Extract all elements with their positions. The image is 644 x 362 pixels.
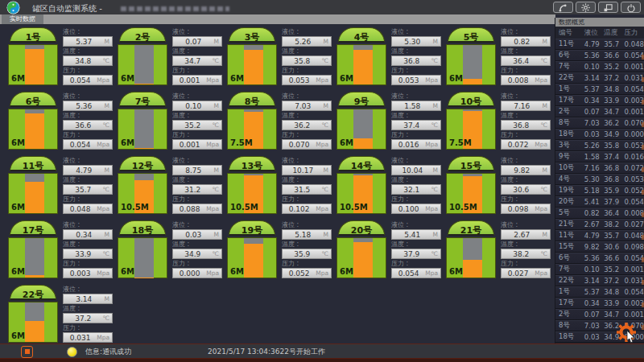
tank-card[interactable]: 20号 6M 液位 : 5.41 M 温度 : 37.9 — [336, 220, 441, 280]
pressure-unit: Mpa — [206, 76, 219, 84]
row-level: 0.07 — [584, 108, 604, 116]
row-pressure: 0.053 — [625, 175, 644, 183]
stop-button[interactable] — [21, 346, 33, 358]
level-label: 液位 : — [282, 157, 332, 165]
row-temp: 36.6 — [604, 51, 624, 60]
tank-level-track — [25, 238, 44, 278]
pressure-label: 压力 : — [63, 67, 113, 75]
tank-dome: 8号 — [229, 92, 275, 107]
remote-gear-badge[interactable] — [615, 322, 639, 344]
temp-unit: ℃ — [213, 186, 219, 193]
tank-card[interactable]: 15号 10.5M 液位 : 9.82 M 温度 : 30.6 — [446, 156, 551, 216]
row-level: 0.03 — [584, 333, 604, 341]
tank-graphic: 10号 7.5M — [446, 92, 496, 150]
tank-card[interactable]: 9号 6M 液位 : 1.58 M 温度 : 37.4 — [336, 92, 441, 151]
tank-body: 6M — [8, 44, 58, 85]
level-unit: M — [433, 38, 438, 45]
pressure-field: 压力 : 0.003 Mpa — [63, 260, 113, 279]
tank-fill — [353, 50, 373, 84]
tank-card[interactable]: 17号 6M 液位 : 0.34 M 温度 : 33.9 — [8, 220, 113, 280]
temp-field: 温度 : 37.9 ℃ — [391, 241, 441, 260]
tank-card[interactable]: 13号 10.5M 液位 : 10.17 M 温度 : 31.5 — [227, 156, 332, 216]
tank-card[interactable]: 2号 6M 液位 : 0.07 M 温度 : 34.7 — [118, 27, 222, 87]
level-value-box: 10.04 M — [391, 165, 441, 175]
temp-value: 33.9 — [64, 250, 103, 258]
temp-value: 31.2 — [173, 186, 213, 194]
tank-graphic: 4号 6M — [336, 27, 386, 85]
row-pressure: 0.003 — [625, 299, 644, 307]
temp-label: 温度 : — [282, 176, 332, 184]
phone-button[interactable] — [553, 2, 573, 13]
tank-card[interactable]: 19号 6M 液位 : 5.18 M 温度 : 35.9 — [227, 220, 332, 280]
tank-capacity-label: 6M — [230, 74, 244, 83]
pressure-label: 压力 : — [282, 67, 332, 75]
tank-card[interactable]: 4号 6M 液位 : 5.30 M 温度 : 36.8 — [336, 27, 441, 87]
power-button[interactable] — [621, 2, 641, 13]
resize-button[interactable] — [598, 2, 618, 13]
temp-value-box: 34.8 ℃ — [63, 56, 113, 66]
sidebar-table-row: 2号 0.07 34.7 0.001 — [555, 309, 644, 320]
level-value-box: 5.30 M — [391, 36, 441, 47]
tank-fill — [353, 138, 373, 149]
temp-value: 36.8 — [502, 121, 541, 130]
level-unit: M — [214, 102, 219, 109]
pressure-value-box: 0.053 Mpa — [282, 75, 332, 85]
temp-label: 温度 : — [501, 176, 551, 184]
temp-field: 温度 : 37.2 ℃ — [63, 305, 113, 324]
temp-field: 温度 : 34.9 ℃ — [172, 241, 222, 260]
tank-card[interactable]: 18号 6M 液位 : 0.03 M 温度 : 34.9 — [118, 220, 222, 280]
tank-card[interactable]: 6号 6M 液位 : 5.36 M 温度 : 36.6 — [8, 92, 113, 151]
tank-card[interactable]: 1号 6M 液位 : 5.37 M 温度 : 34.8 — [8, 27, 113, 87]
tank-capacity-label: 10.5M — [230, 203, 258, 212]
pressure-field: 压力 : 0.102 Mpa — [282, 195, 332, 215]
level-label: 液位 : — [63, 157, 113, 165]
tank-card[interactable]: 21号 6M 液位 : 2.67 M 温度 : 38.2 — [446, 220, 551, 280]
temp-value: 34.9 — [173, 250, 213, 258]
tank-card[interactable]: 3号 6M 液位 : 5.26 M 温度 : 35.8 — [227, 27, 332, 87]
row-level: 0.34 — [584, 97, 604, 105]
tank-body: 6M — [118, 44, 167, 85]
tank-card[interactable]: 7号 6M 液位 : 0.10 M 温度 : 35.2 — [118, 92, 222, 151]
tank-card[interactable]: 14号 10.5M 液位 : 10.04 M 温度 : 32.1 — [336, 156, 441, 216]
tank-card[interactable]: 22号 6M 液位 : 3.14 M 温度 : 37.2 — [8, 285, 113, 344]
row-id: 11号 — [559, 39, 584, 49]
sidebar-table-row: 1号 5.37 34.8 0.054 — [555, 286, 644, 298]
pressure-field: 压力 : 0.054 Mpa — [391, 260, 441, 279]
tank-capacity-label: 10.5M — [121, 203, 149, 212]
level-unit: M — [214, 167, 219, 174]
pressure-unit: Mpa — [425, 141, 438, 148]
row-id: 10号 — [559, 163, 584, 173]
row-id: 2号 — [559, 310, 584, 319]
row-level: 7.16 — [584, 164, 604, 172]
tank-capacity-label: 7.5M — [230, 138, 253, 147]
tank-readings: 液位 : 7.03 M 温度 : 36.2 ℃ 压力 : 0.070 Mpa — [282, 93, 332, 150]
pressure-value-box: 0.100 Mpa — [391, 204, 441, 214]
temp-value-box: 37.2 ℃ — [63, 313, 113, 323]
pressure-unit: Mpa — [316, 141, 328, 148]
sidebar-table-row: 17号 0.34 33.9 0.003 — [555, 298, 644, 309]
tank-card[interactable]: 5号 6M 液位 : 0.82 M 温度 : 36.4 — [446, 27, 551, 87]
tank-graphic: 6号 6M — [8, 92, 58, 150]
settings-button[interactable] — [576, 2, 596, 13]
tank-body: 6M — [118, 237, 167, 278]
tank-readings: 液位 : 5.26 M 温度 : 35.8 ℃ 压力 : 0.053 Mpa — [282, 28, 332, 86]
pressure-field: 压力 : 0.070 Mpa — [282, 131, 332, 150]
row-level: 0.10 — [584, 265, 604, 274]
pressure-value: 0.000 — [173, 269, 206, 278]
window-buttons — [553, 2, 641, 13]
temp-value: 36.2 — [283, 121, 322, 130]
tank-card[interactable]: 10号 7.5M 液位 : 7.16 M 温度 : 36.8 — [446, 92, 551, 151]
temp-unit: ℃ — [322, 57, 328, 64]
tank-capacity-label: 10.5M — [340, 203, 368, 212]
pressure-value-box: 0.054 Mpa — [63, 139, 113, 150]
tank-card[interactable]: 11号 6M 液位 : 4.79 M 温度 : 35.7 — [8, 156, 113, 216]
tank-capacity-label: 6M — [11, 74, 25, 83]
tank-body: 10.5M — [446, 173, 496, 214]
tank-card[interactable]: 12号 10.5M 液位 : 8.75 M 温度 : 31.2 — [118, 156, 222, 216]
tank-readings: 液位 : 5.37 M 温度 : 34.8 ℃ 压力 : 0.054 Mpa — [63, 28, 113, 86]
level-field: 液位 : 0.03 M — [172, 221, 222, 241]
tank-card[interactable]: 8号 7.5M 液位 : 7.03 M 温度 : 36.2 — [227, 92, 332, 151]
tank-readings: 液位 : 0.10 M 温度 : 35.2 ℃ 压力 : 0.001 Mpa — [172, 93, 222, 150]
pressure-field: 压力 : 0.027 Mpa — [501, 260, 551, 279]
tab-realtime-data[interactable]: 实时数据 — [2, 14, 43, 24]
